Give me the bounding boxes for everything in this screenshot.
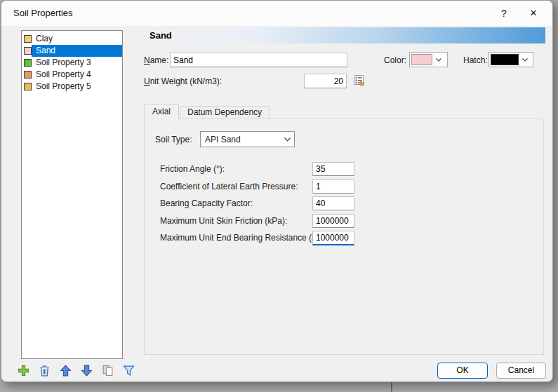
- hatch-dropdown[interactable]: [489, 52, 533, 67]
- soil-type-dropdown[interactable]: API Sand: [200, 131, 295, 147]
- max-end-bearing-input[interactable]: [312, 231, 354, 245]
- list-item-soil-property-3[interactable]: Soil Property 3: [22, 57, 122, 69]
- unit-weight-input[interactable]: [304, 74, 347, 88]
- trash-icon: [39, 365, 51, 377]
- help-icon: ?: [501, 8, 507, 19]
- color-value-swatch: [411, 54, 432, 65]
- list-item-label: Clay: [32, 33, 122, 45]
- max-skin-friction-input[interactable]: [312, 214, 354, 228]
- name-label: Name:: [144, 55, 168, 65]
- arrow-down-icon: [81, 365, 93, 377]
- list-item-label: Soil Property 4: [32, 69, 122, 81]
- color-swatch: [24, 59, 32, 67]
- friction-angle-label: Friction Angle (°):: [160, 164, 225, 174]
- filter-button[interactable]: [122, 364, 135, 377]
- color-swatch: [24, 71, 32, 79]
- bearing-capacity-factor-input[interactable]: [312, 196, 354, 210]
- tab-label: Axial: [152, 107, 171, 116]
- list-item-label: Sand: [32, 45, 122, 57]
- tab-axial[interactable]: Axial: [144, 104, 179, 119]
- max-end-bearing-label: Maximum Unit End Bearing Resistance (kPa…: [160, 233, 331, 243]
- title-bar[interactable]: Soil Properties ? ✕: [1, 1, 552, 26]
- list-item-label: Soil Property 3: [32, 57, 122, 69]
- list-item-soil-property-5[interactable]: Soil Property 5: [22, 81, 122, 93]
- color-swatch: [24, 47, 32, 55]
- chevron-down-icon: [432, 58, 444, 62]
- soil-properties-dialog: Soil Properties ? ✕ Clay Sand Soil Prope…: [1, 0, 553, 382]
- soil-type-label: Soil Type:: [155, 135, 192, 144]
- soil-type-value: API Sand: [201, 135, 280, 144]
- value-picker-icon: [353, 74, 366, 87]
- lateral-earth-pressure-label: Coefficient of Lateral Earth Pressure:: [160, 182, 298, 191]
- copy-button[interactable]: [101, 364, 114, 377]
- cancel-button[interactable]: Cancel: [496, 363, 546, 379]
- hatch-label: Hatch:: [463, 55, 488, 65]
- chevron-down-icon: [280, 137, 294, 142]
- tab-datum-dependency[interactable]: Datum Dependency: [180, 106, 270, 119]
- unit-weight-picker-button[interactable]: [353, 74, 366, 87]
- close-button[interactable]: ✕: [522, 4, 545, 22]
- friction-angle-input[interactable]: [312, 162, 354, 176]
- unit-weight-label: Unit Weight (kN/m3):: [144, 76, 222, 86]
- list-item-label: Soil Property 5: [32, 81, 122, 93]
- dialog-title: Soil Properties: [13, 8, 73, 18]
- filter-icon: [123, 365, 135, 377]
- list-toolbar: [17, 364, 135, 377]
- color-label: Color:: [384, 55, 406, 65]
- help-button[interactable]: ?: [492, 4, 516, 22]
- arrow-up-icon: [60, 365, 72, 377]
- color-dropdown[interactable]: [409, 52, 448, 67]
- tab-label: Datum Dependency: [187, 107, 262, 117]
- selected-soil-header: Sand: [144, 27, 545, 43]
- color-swatch: [24, 83, 32, 90]
- color-swatch: [24, 35, 32, 43]
- ok-button[interactable]: OK: [437, 363, 488, 379]
- hatch-value-swatch: [491, 54, 519, 65]
- name-input[interactable]: [170, 53, 347, 67]
- list-item-sand[interactable]: Sand: [22, 45, 122, 57]
- add-button[interactable]: [17, 364, 29, 377]
- delete-button[interactable]: [38, 364, 51, 377]
- list-item-soil-property-4[interactable]: Soil Property 4: [22, 69, 122, 81]
- move-up-button[interactable]: [59, 364, 72, 377]
- plus-icon: [18, 365, 29, 377]
- background-artifact-line: [391, 382, 392, 392]
- chevron-down-icon: [519, 58, 531, 62]
- list-item-clay[interactable]: Clay: [22, 33, 122, 45]
- soil-list[interactable]: Clay Sand Soil Property 3 Soil Property …: [21, 30, 123, 359]
- bearing-capacity-factor-label: Bearing Capacity Factor:: [160, 198, 253, 208]
- max-skin-friction-label: Maximum Unit Skin Friction (kPa):: [160, 216, 287, 226]
- move-down-button[interactable]: [80, 364, 93, 377]
- lateral-earth-pressure-input[interactable]: [312, 180, 354, 194]
- close-icon: ✕: [530, 8, 538, 18]
- copy-icon: [102, 365, 114, 377]
